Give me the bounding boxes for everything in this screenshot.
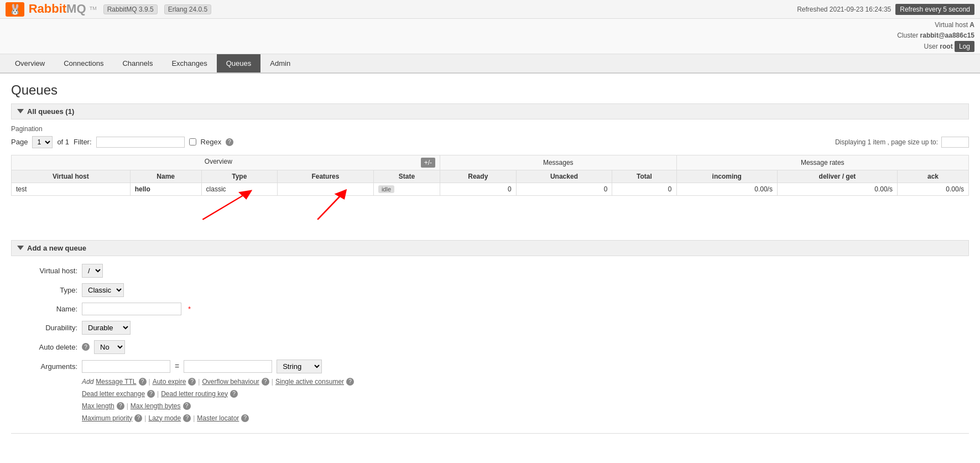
cluster-row: Cluster rabbit@aa886c15 — [6, 30, 974, 41]
col-unacked[interactable]: Unacked — [516, 170, 612, 183]
col-state[interactable]: State — [373, 170, 440, 183]
nav-queues[interactable]: Queues — [217, 54, 261, 72]
arg-link-max-length-bytes[interactable]: Max length bytes — [131, 402, 181, 410]
topbar: 🐰 RabbitMQ TM RabbitMQ 3.9.5 Erlang 24.0… — [0, 0, 980, 19]
arrow-spacer — [11, 207, 969, 235]
filter-label: Filter: — [74, 138, 92, 146]
arg-link-message-ttl[interactable]: Message TTL — [96, 378, 136, 386]
col-type[interactable]: Type — [201, 170, 277, 183]
arguments-key-input[interactable] — [82, 360, 170, 373]
col-features[interactable]: Features — [278, 170, 374, 183]
col-virtual-host[interactable]: Virtual host — [12, 170, 131, 183]
type-row: Type: Classic — [11, 283, 969, 297]
arg-help-4[interactable]: ? — [147, 390, 155, 398]
arg-help-7[interactable]: ? — [183, 402, 191, 410]
arg-help-6[interactable]: ? — [117, 402, 124, 410]
all-queues-section-header[interactable]: All queues (1) — [11, 103, 969, 119]
page-select[interactable]: 1 — [32, 136, 53, 148]
group-messages: Messages — [440, 155, 676, 170]
add-args-row-3: Max length ? | Max length bytes ? — [82, 402, 969, 410]
nav-connections[interactable]: Connections — [54, 54, 113, 72]
arg-link-max-length[interactable]: Max length — [82, 402, 114, 410]
user-row: User root Log — [6, 41, 974, 52]
cell-deliver-get: 0.00/s — [777, 183, 897, 195]
cell-name[interactable]: hello — [130, 183, 201, 195]
arg-help-3[interactable]: ? — [346, 378, 354, 386]
col-ack[interactable]: ack — [898, 170, 969, 183]
arg-link-dead-letter-routing[interactable]: Dead letter routing key — [161, 390, 228, 398]
nav-channels[interactable]: Channels — [113, 54, 162, 72]
add-args-row: Add Message TTL ? | Auto expire ? | Over… — [82, 378, 969, 386]
main-content: Queues All queues (1) Pagination Page 1 … — [0, 74, 980, 443]
pipe-4: | — [157, 390, 159, 398]
add-args-row-2: Dead letter exchange ? | Dead letter rou… — [82, 390, 969, 398]
cell-ack: 0.00/s — [898, 183, 969, 195]
cluster-value: rabbit@aa886c15 — [920, 32, 974, 39]
pipe-6: | — [127, 402, 128, 410]
of-label: of 1 — [57, 138, 69, 146]
cell-incoming: 0.00/s — [676, 183, 777, 195]
pipe-0: | — [149, 378, 150, 386]
arg-help-1[interactable]: ? — [188, 378, 196, 386]
cell-ready: 0 — [440, 183, 517, 195]
state-badge: idle — [378, 185, 394, 193]
durability-select[interactable]: Durable Transient — [82, 321, 131, 335]
vhost-label: Virtual host: — [11, 267, 77, 275]
col-name[interactable]: Name — [130, 170, 201, 183]
pipe-1: | — [198, 378, 200, 386]
arguments-value-input[interactable] — [184, 360, 272, 373]
regex-help-icon[interactable]: ? — [226, 138, 233, 146]
arg-link-single-active[interactable]: Single active consumer — [275, 378, 344, 386]
name-input[interactable] — [82, 303, 181, 315]
refresh-button[interactable]: Refresh every 5 second — [895, 4, 974, 15]
col-incoming[interactable]: incoming — [676, 170, 777, 183]
arg-link-lazy-mode[interactable]: Lazy mode — [148, 414, 181, 422]
arg-link-master-locator[interactable]: Master locator — [197, 414, 239, 422]
col-total[interactable]: Total — [612, 170, 676, 183]
arg-help-8[interactable]: ? — [134, 414, 142, 422]
logo-tm: TM — [90, 6, 97, 11]
nav-exchanges[interactable]: Exchanges — [162, 54, 216, 72]
regex-checkbox[interactable] — [189, 138, 196, 145]
name-row: Name: * — [11, 303, 969, 315]
auto-delete-select[interactable]: No Yes — [94, 340, 125, 354]
arg-link-max-priority[interactable]: Maximum priority — [82, 414, 132, 422]
arguments-type-select[interactable]: String Number Boolean — [277, 360, 322, 373]
vhost-select[interactable]: / — [82, 264, 103, 278]
durability-row: Durability: Durable Transient — [11, 321, 969, 335]
nav-overview[interactable]: Overview — [6, 54, 54, 72]
nav-admin[interactable]: Admin — [260, 54, 300, 72]
type-select[interactable]: Classic — [82, 283, 124, 297]
pipe-2: | — [272, 378, 273, 386]
arg-help-0[interactable]: ? — [139, 378, 147, 386]
arg-help-9[interactable]: ? — [183, 414, 191, 422]
col-ready[interactable]: Ready — [440, 170, 517, 183]
logo-text: RabbitMQ — [29, 2, 90, 15]
auto-delete-help-icon[interactable]: ? — [82, 343, 90, 351]
virtual-host-label: Virtual host — [935, 21, 968, 29]
arg-help-2[interactable]: ? — [262, 378, 269, 386]
page-label: Page — [11, 138, 28, 146]
cell-total: 0 — [612, 183, 676, 195]
rabbitmq-version: RabbitMQ 3.9.5 — [103, 4, 158, 14]
topbar-right: Refreshed 2021-09-23 16:24:35 Refresh ev… — [797, 4, 974, 15]
nav: Overview Connections Channels Exchanges … — [0, 54, 980, 74]
pipe-9: | — [193, 414, 195, 422]
arg-link-dead-letter-exchange[interactable]: Dead letter exchange — [82, 390, 145, 398]
filter-input[interactable] — [96, 137, 185, 148]
add-queue-section: Add a new queue Virtual host: / Type: Cl… — [11, 240, 969, 422]
regex-label: Regex — [201, 138, 222, 146]
arg-link-auto-expire[interactable]: Auto expire — [153, 378, 186, 386]
arg-help-10[interactable]: ? — [241, 414, 249, 422]
type-label: Type: — [11, 286, 77, 294]
col-deliver-get[interactable]: deliver / get — [777, 170, 897, 183]
page-size-input[interactable] — [941, 137, 969, 148]
logout-button[interactable]: Log — [955, 41, 974, 52]
topbar-left: 🐰 RabbitMQ TM RabbitMQ 3.9.5 Erlang 24.0… — [6, 2, 211, 17]
plus-minus-button[interactable]: +/- — [421, 158, 435, 168]
arg-help-5[interactable]: ? — [230, 390, 238, 398]
auto-delete-row: Auto delete: ? No Yes — [11, 340, 969, 354]
arguments-label: Arguments: — [11, 362, 77, 371]
arg-link-overflow[interactable]: Overflow behaviour — [202, 378, 259, 386]
add-queue-header[interactable]: Add a new queue — [11, 240, 969, 256]
